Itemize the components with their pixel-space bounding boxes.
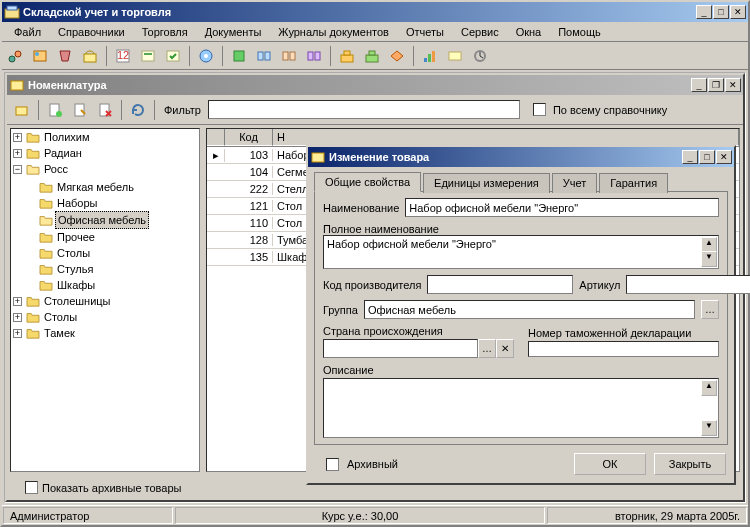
ok-button[interactable]: ОК — [574, 453, 646, 475]
tab-accounting[interactable]: Учет — [552, 173, 598, 193]
country-browse-button[interactable]: … — [478, 339, 496, 358]
group-input[interactable] — [364, 300, 695, 319]
maximize-button[interactable]: □ — [713, 5, 729, 19]
expand-icon[interactable]: + — [13, 313, 22, 322]
menu-service[interactable]: Сервис — [453, 24, 507, 40]
show-archive-checkbox[interactable] — [25, 481, 38, 494]
close-dialog-button[interactable]: Закрыть — [654, 453, 726, 475]
tree-node[interactable]: Росс — [42, 161, 70, 177]
scroll-down-icon[interactable]: ▼ — [701, 420, 717, 436]
customs-input[interactable] — [528, 341, 719, 357]
expand-icon[interactable]: + — [13, 297, 22, 306]
tool-3[interactable] — [54, 45, 76, 67]
dlg-close[interactable]: ✕ — [716, 150, 732, 164]
collapse-icon[interactable]: − — [13, 165, 22, 174]
refresh-button[interactable] — [127, 99, 149, 121]
scroll-up-icon[interactable]: ▲ — [701, 380, 717, 396]
dlg-max[interactable]: □ — [699, 150, 715, 164]
menu-help[interactable]: Помощь — [550, 24, 609, 40]
tool-2[interactable] — [29, 45, 51, 67]
expand-icon[interactable]: + — [13, 133, 22, 142]
expand-icon[interactable]: + — [13, 329, 22, 338]
menu-ref[interactable]: Справочники — [50, 24, 133, 40]
filter-input[interactable] — [208, 100, 520, 119]
dlg-titlebar[interactable]: Изменение товара _ □ ✕ — [308, 147, 734, 167]
menu-docs[interactable]: Документы — [197, 24, 270, 40]
tool-10[interactable] — [253, 45, 275, 67]
tree-node[interactable]: Радиан — [42, 145, 84, 161]
tree-node[interactable]: Тамек — [42, 325, 77, 341]
dlg-title: Изменение товара — [329, 151, 682, 163]
expand-icon[interactable]: + — [13, 149, 22, 158]
menu-journals[interactable]: Журналы документов — [270, 24, 397, 40]
archive-label: Архивный — [347, 458, 398, 470]
tool-8[interactable] — [195, 45, 217, 67]
tool-6[interactable] — [137, 45, 159, 67]
archive-checkbox[interactable] — [326, 458, 339, 471]
tree-node[interactable]: Шкафы — [55, 277, 97, 293]
tree-node[interactable]: Столы — [42, 309, 79, 325]
tool-18[interactable] — [469, 45, 491, 67]
fullname-input[interactable]: Набор офисной мебели "Энерго" ▲ ▼ — [323, 235, 719, 269]
article-input[interactable] — [626, 275, 750, 294]
country-input[interactable] — [323, 339, 478, 358]
menu-file[interactable]: Файл — [6, 24, 49, 40]
nomen-restore[interactable]: ❐ — [708, 78, 724, 92]
tool-11[interactable] — [278, 45, 300, 67]
tab-general[interactable]: Общие свойства — [314, 172, 421, 192]
edit-item-button[interactable] — [69, 99, 91, 121]
tool-12[interactable] — [303, 45, 325, 67]
tool-16[interactable] — [419, 45, 441, 67]
scroll-down-icon[interactable]: ▼ — [701, 251, 717, 267]
tool-15[interactable] — [386, 45, 408, 67]
tree-node[interactable]: Столешницы — [42, 293, 113, 309]
tool-7[interactable] — [162, 45, 184, 67]
grid-head-name[interactable]: Н — [273, 129, 739, 146]
tree-node[interactable]: Мягкая мебель — [55, 179, 136, 195]
tool-5[interactable]: 12 — [112, 45, 134, 67]
tool-9[interactable] — [228, 45, 250, 67]
svg-rect-27 — [432, 51, 435, 62]
grid-head-code[interactable]: Код — [225, 129, 273, 146]
descr-label: Описание — [323, 364, 719, 376]
new-item-button[interactable] — [44, 99, 66, 121]
country-clear-button[interactable]: ✕ — [496, 339, 514, 358]
tab-units[interactable]: Единицы измерения — [423, 173, 550, 193]
menu-reports[interactable]: Отчеты — [398, 24, 452, 40]
descr-input[interactable]: ▲ ▼ — [323, 378, 719, 438]
tree-pane[interactable]: +Полихим +Радиан −Росс Мягкая мебель Наб… — [10, 128, 200, 472]
tree-node[interactable]: Стулья — [55, 261, 95, 277]
group-browse-button[interactable]: … — [701, 300, 719, 319]
new-folder-button[interactable] — [11, 99, 33, 121]
svg-rect-23 — [366, 55, 378, 62]
svg-rect-15 — [258, 52, 263, 60]
svg-rect-26 — [428, 54, 431, 62]
nomen-min[interactable]: _ — [691, 78, 707, 92]
tree-node-selected[interactable]: Офисная мебель — [55, 211, 149, 229]
tab-warranty[interactable]: Гарантия — [599, 173, 668, 193]
minimize-button[interactable]: _ — [696, 5, 712, 19]
tool-1[interactable] — [4, 45, 26, 67]
customs-label: Номер таможенной декларации — [528, 327, 719, 339]
status-date: вторник, 29 марта 2005г. — [547, 507, 747, 524]
tool-14[interactable] — [361, 45, 383, 67]
tree-node[interactable]: Столы — [55, 245, 92, 261]
mfrcode-input[interactable] — [427, 275, 573, 294]
tool-4[interactable] — [79, 45, 101, 67]
menu-trade[interactable]: Торговля — [134, 24, 196, 40]
tool-13[interactable] — [336, 45, 358, 67]
group-label: Группа — [323, 304, 358, 316]
tool-17[interactable] — [444, 45, 466, 67]
tree-node[interactable]: Полихим — [42, 129, 92, 145]
delete-item-button[interactable] — [94, 99, 116, 121]
svg-rect-1 — [7, 6, 17, 10]
global-search-checkbox[interactable] — [533, 103, 546, 116]
close-button[interactable]: ✕ — [730, 5, 746, 19]
dlg-min[interactable]: _ — [682, 150, 698, 164]
name-input[interactable] — [405, 198, 719, 217]
tree-node[interactable]: Наборы — [55, 195, 100, 211]
tree-node[interactable]: Прочее — [55, 229, 97, 245]
grid-head-marker[interactable] — [207, 129, 225, 146]
nomen-close[interactable]: ✕ — [725, 78, 741, 92]
menu-windows[interactable]: Окна — [508, 24, 550, 40]
